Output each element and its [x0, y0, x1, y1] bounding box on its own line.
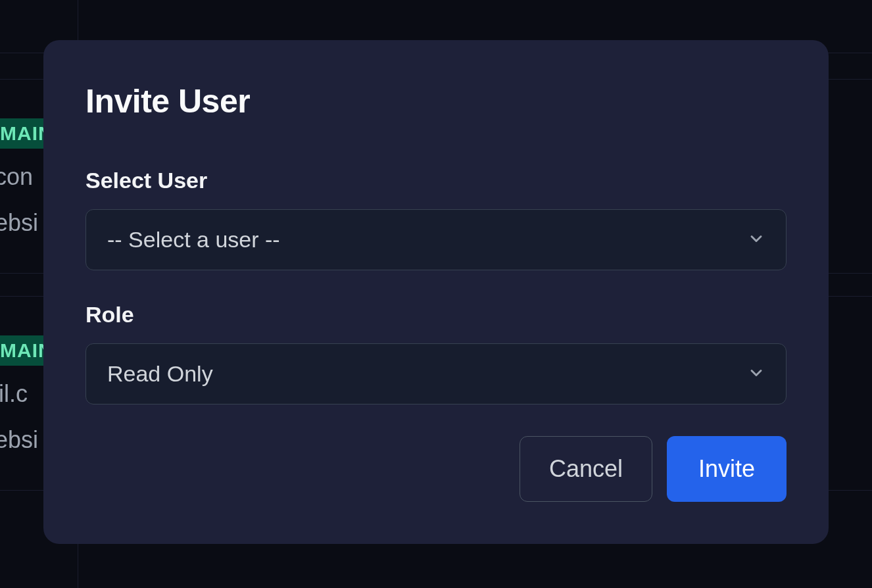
role-select-wrapper: Read Only: [85, 343, 787, 404]
invite-user-modal: Invite User Select User -- Select a user…: [43, 40, 829, 544]
bg-text-fragment: ail.c: [0, 380, 28, 408]
bg-text-fragment: ebsi: [0, 209, 38, 237]
role-select-label: Role: [85, 302, 787, 328]
user-select[interactable]: -- Select a user --: [85, 209, 787, 270]
bg-text-fragment: .con: [0, 163, 33, 191]
bg-text-fragment: ebsi: [0, 426, 38, 454]
cancel-button[interactable]: Cancel: [520, 436, 652, 502]
role-select[interactable]: Read Only: [85, 343, 787, 404]
user-select-wrapper: -- Select a user --: [85, 209, 787, 270]
user-select-label: Select User: [85, 168, 787, 193]
user-form-group: Select User -- Select a user --: [85, 168, 787, 270]
modal-footer: Cancel Invite: [85, 436, 787, 502]
modal-title: Invite User: [85, 82, 787, 120]
role-form-group: Role Read Only: [85, 302, 787, 404]
invite-button[interactable]: Invite: [667, 436, 787, 502]
